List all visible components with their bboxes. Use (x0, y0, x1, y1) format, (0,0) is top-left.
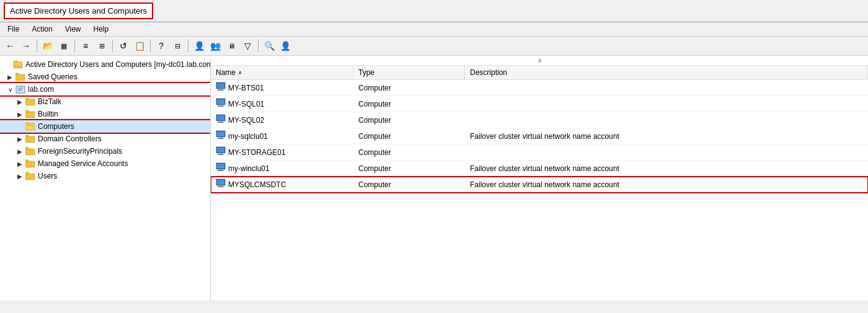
windows-button[interactable]: ⊟ (170, 38, 185, 53)
tree-saved-queries[interactable]: ▶ Saved Queries (0, 71, 210, 83)
biztalk-label: BizTalk (38, 97, 61, 106)
list-item[interactable]: MY-SQL02 Computer (211, 112, 868, 128)
users-expand: ▶ (15, 173, 25, 180)
svg-rect-17 (25, 135, 29, 137)
col-header-name[interactable]: Name ∧ (211, 66, 353, 79)
svg-rect-27 (217, 83, 224, 88)
row-name: MY-SQL02 (228, 116, 264, 125)
computer-icon (216, 130, 226, 142)
row-name: my-winclu01 (228, 164, 270, 173)
menu-file[interactable]: File (2, 24, 24, 35)
menu-help[interactable]: Help (89, 24, 114, 35)
list-item[interactable]: MY-BTS01 Computer (211, 80, 868, 96)
computers-label: Computers (38, 122, 74, 131)
foreign-security-label: ForeignSecurityPrincipals (38, 147, 122, 156)
new-computer-button[interactable]: 🖥 (224, 38, 239, 53)
menu-bar: File Action View Help (0, 22, 868, 37)
list-item[interactable]: MY-SQL01 Computer (211, 96, 868, 112)
forward-button[interactable]: → (19, 38, 33, 53)
cell-type: Computer (353, 147, 465, 158)
cell-desc (465, 87, 868, 89)
menu-view[interactable]: View (60, 24, 86, 35)
svg-rect-11 (25, 112, 35, 118)
svg-rect-4 (16, 73, 19, 75)
svg-rect-20 (25, 161, 35, 167)
tree-managed-service-accounts[interactable]: ▶ Managed Service Accounts (0, 157, 210, 170)
find-button[interactable]: 🔍 (262, 38, 277, 53)
tree-foreign-security[interactable]: ▶ ForeignSecurityPrincipals (0, 145, 210, 157)
row-name: my-sqlclu01 (228, 132, 268, 141)
window-title: Active Directory Users and Computers (4, 2, 153, 19)
svg-rect-26 (218, 90, 224, 90)
filter-button[interactable]: ▽ (240, 38, 255, 53)
cell-type: Computer (353, 99, 465, 110)
tree-root[interactable]: Active Directory Users and Computers [my… (0, 58, 210, 71)
export-button[interactable]: 📋 (132, 38, 147, 53)
properties-button[interactable]: 👤 (278, 38, 293, 53)
detail-view-button[interactable]: ⊞ (94, 38, 109, 53)
cell-name: MY-STORAGE01 (211, 145, 353, 159)
tree-computers[interactable]: Computers (0, 120, 210, 133)
list-item[interactable]: MY-STORAGE01 Computer (211, 144, 868, 161)
cell-name: my-sqlclu01 (211, 129, 353, 143)
toolbar-sep-3 (112, 40, 113, 52)
domain-controllers-expand: ▶ (15, 136, 25, 143)
folder-button[interactable]: 📂 (40, 38, 55, 53)
row-name: MY-STORAGE01 (228, 148, 286, 157)
cell-desc: Failover cluster virtual network name ac… (465, 163, 868, 174)
menu-action[interactable]: Action (27, 24, 57, 35)
toolbar-sep-2 (74, 40, 75, 52)
tree-biztalk[interactable]: ▶ BizTalk (0, 95, 210, 108)
console-tree-button[interactable]: ▦ (56, 38, 71, 53)
new-group-button[interactable]: 👥 (208, 38, 223, 53)
help-button[interactable]: ? (154, 38, 169, 53)
col-name-label: Name (216, 68, 236, 77)
tree-users[interactable]: ▶ Users (0, 170, 210, 182)
svg-rect-13 (25, 123, 35, 130)
computer-icon (216, 146, 226, 158)
saved-queries-label: Saved Queries (28, 73, 77, 81)
svg-rect-12 (25, 110, 29, 112)
cell-name: MY-BTS01 (211, 81, 353, 95)
tree-domain-controllers[interactable]: ▶ Domain Controllers (0, 133, 210, 145)
col-type-label: Type (358, 68, 374, 77)
col-header-description[interactable]: Description (465, 66, 868, 79)
svg-rect-46 (218, 170, 224, 171)
list-item[interactable]: MYSQLCMSDTC Computer Failover cluster vi… (211, 177, 868, 193)
svg-rect-31 (217, 99, 224, 104)
svg-rect-23 (25, 172, 29, 174)
tree-panel: Active Directory Users and Computers [my… (0, 56, 211, 301)
lab-com-expand[interactable]: ∨ (5, 86, 15, 93)
refresh-button[interactable]: ↺ (116, 38, 131, 53)
svg-rect-21 (25, 160, 29, 162)
svg-rect-0 (14, 62, 22, 68)
list-view-button[interactable]: ≡ (78, 38, 93, 53)
root-icon (12, 60, 24, 69)
domain-controllers-icon (25, 134, 36, 144)
svg-rect-43 (217, 148, 224, 152)
biztalk-expand: ▶ (15, 99, 25, 105)
tree-builtin[interactable]: ▶ Builtin (0, 108, 210, 120)
saved-queries-icon (15, 72, 26, 82)
lab-com-icon (15, 84, 26, 94)
cell-desc: Failover cluster virtual network name ac… (465, 179, 868, 190)
svg-rect-22 (25, 174, 35, 180)
computer-icon (216, 179, 226, 190)
scroll-indicator: ∧ (211, 56, 868, 66)
computers-icon (25, 121, 36, 131)
row-name: MY-BTS01 (228, 84, 264, 92)
back-button[interactable]: ← (2, 38, 17, 53)
managed-service-label: Managed Service Accounts (38, 159, 128, 168)
list-item[interactable]: my-winclu01 Computer Failover cluster vi… (211, 161, 868, 177)
list-item[interactable]: my-sqlclu01 Computer Failover cluster vi… (211, 128, 868, 144)
new-user-button[interactable]: 👤 (192, 38, 206, 53)
cell-type: Computer (353, 82, 465, 94)
users-icon (25, 171, 36, 181)
sort-asc-icon: ∧ (238, 69, 242, 76)
col-header-type[interactable]: Type (353, 66, 465, 79)
domain-controllers-label: Domain Controllers (38, 134, 102, 143)
tree-lab-com[interactable]: ∨ lab.com (0, 83, 210, 95)
computer-icon (216, 162, 226, 174)
users-label: Users (38, 172, 57, 180)
svg-rect-3 (16, 74, 25, 81)
